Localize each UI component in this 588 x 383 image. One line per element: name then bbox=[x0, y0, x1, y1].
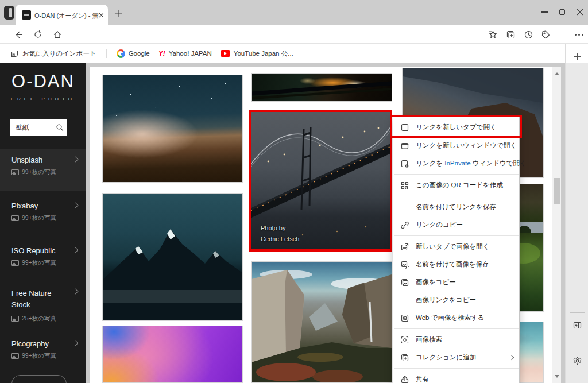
source-count: 99+枚の写真 bbox=[22, 352, 56, 360]
source-count: 25+枚の写真 bbox=[22, 315, 56, 323]
image-copy-icon bbox=[400, 278, 409, 287]
source-count: 99+枚の写真 bbox=[22, 168, 56, 176]
new-tab-button[interactable] bbox=[114, 9, 122, 17]
window-close-button[interactable] bbox=[571, 3, 588, 21]
page-scrollbar bbox=[552, 67, 561, 383]
visual-search-icon bbox=[400, 335, 409, 345]
collections-add-icon bbox=[400, 353, 409, 362]
menu-item-share[interactable]: 共有 bbox=[393, 370, 519, 383]
menu-item-add-to-collections[interactable]: コレクションに追加 bbox=[393, 349, 519, 366]
menu-item-open-link-new-tab[interactable]: リンクを新しいタブで開く bbox=[393, 118, 519, 137]
sidebar-item-pixabay[interactable]: Pixabay 99+枚の写真 bbox=[0, 195, 86, 237]
bookmark-google[interactable]: Google bbox=[114, 47, 152, 60]
new-tab-icon bbox=[400, 123, 409, 132]
menu-item-save-image-as[interactable]: 名前を付けて画像を保存 bbox=[393, 256, 519, 273]
menu-separator bbox=[394, 235, 519, 236]
menu-item-label: この画像の QR コードを作成 bbox=[416, 181, 503, 189]
history-icon[interactable] bbox=[521, 28, 535, 41]
shopping-icon[interactable] bbox=[539, 28, 552, 41]
scroll-down-icon[interactable] bbox=[555, 375, 559, 378]
menu-item-open-link-inprivate[interactable]: リンクを InPrivate ウィンドウで開く bbox=[393, 154, 519, 172]
no-icon-spacer bbox=[400, 203, 409, 212]
web-search-image-icon bbox=[400, 314, 409, 323]
menu-item-copy-link[interactable]: リンクのコピー bbox=[393, 216, 519, 234]
context-menu: リンクを新しいタブで開く リンクを新しいウィンドウで開く リンクを InPriv… bbox=[393, 117, 520, 383]
submenu-chevron-icon bbox=[509, 355, 514, 359]
tab-title: O-DAN (オーダン) - 無料写真素材 bbox=[34, 11, 99, 20]
scroll-up-icon[interactable] bbox=[555, 72, 559, 75]
photo-color-gradient[interactable] bbox=[102, 326, 243, 383]
photo-yosemite-valley[interactable] bbox=[251, 261, 392, 383]
photo-night-street[interactable] bbox=[251, 73, 392, 102]
sidebar-item-free-nature-stock[interactable]: Free Nature Stock 25+枚の写真 bbox=[0, 281, 86, 333]
menu-item-label: 新しいタブで画像を開く bbox=[416, 242, 489, 251]
menu-item-label: リンクのコピー bbox=[416, 220, 463, 229]
label-prefix: リンクを bbox=[416, 160, 444, 167]
odan-sidebar: O-DAN FREE PHOTO Unsplash 99+枚の写真 Pixaba… bbox=[0, 63, 86, 383]
menu-item-create-qr-code[interactable]: この画像の QR コードを作成 bbox=[393, 176, 519, 194]
bookmark-yahoo-label: Yahoo! JAPAN bbox=[169, 50, 212, 57]
chevron-right-icon bbox=[73, 289, 79, 295]
home-icon[interactable] bbox=[51, 28, 64, 41]
menu-item-copy-image-link[interactable]: 画像リンクをコピー bbox=[393, 291, 519, 309]
import-favorites-button[interactable]: お気に入りのインポート bbox=[8, 47, 99, 60]
photo-bay-bridge[interactable]: Photo by Cedric Letsch bbox=[251, 112, 390, 249]
yahoo-icon: Y! bbox=[158, 49, 165, 57]
photo-starry-mountain[interactable] bbox=[102, 75, 243, 183]
favorites-icon[interactable] bbox=[486, 28, 500, 41]
tab-close-icon[interactable] bbox=[97, 11, 106, 20]
search-input[interactable] bbox=[14, 123, 55, 132]
label-inprivate: InPrivate bbox=[444, 160, 470, 167]
browser-tab[interactable]: O-DAN (オーダン) - 無料写真素材 bbox=[16, 5, 108, 25]
menu-item-save-link-as[interactable]: 名前を付けてリンクを保存 bbox=[393, 198, 519, 216]
window-minimize-button[interactable] bbox=[536, 3, 553, 21]
menu-item-search-image-web[interactable]: Web で画像を検索する bbox=[393, 309, 519, 327]
menu-item-open-image-new-tab[interactable]: 新しいタブで画像を開く bbox=[393, 238, 519, 256]
youtube-icon bbox=[220, 50, 230, 57]
photo-dark-peaks[interactable] bbox=[102, 193, 243, 321]
menu-item-label: 名前を付けて画像を保存 bbox=[416, 260, 489, 269]
share-icon bbox=[400, 375, 409, 383]
tab-actions-icon[interactable] bbox=[4, 6, 14, 20]
image-save-icon bbox=[400, 260, 409, 269]
navigation-toolbar: https://o-dan.net/ja/ bbox=[0, 25, 588, 44]
load-more-button[interactable] bbox=[11, 375, 67, 383]
rail-sidebar-toggle-icon[interactable] bbox=[570, 318, 584, 332]
wallpaper-searchbox bbox=[10, 119, 67, 136]
menu-item-label: 画像をコピー bbox=[416, 278, 456, 287]
inprivate-icon bbox=[400, 159, 409, 168]
menu-item-open-link-new-window[interactable]: リンクを新しいウィンドウで開く bbox=[393, 137, 519, 154]
collections-icon[interactable] bbox=[504, 28, 517, 41]
source-name: Free Nature Stock bbox=[11, 288, 66, 311]
search-icon[interactable] bbox=[56, 123, 64, 131]
photos-icon bbox=[11, 260, 19, 266]
photo-credit-line1: Photo by bbox=[261, 225, 285, 231]
settings-menu-icon[interactable] bbox=[572, 28, 586, 41]
menu-item-label: 画像検索 bbox=[416, 335, 442, 344]
menu-item-copy-image[interactable]: 画像をコピー bbox=[393, 273, 519, 291]
title-bar: O-DAN (オーダン) - 無料写真素材 bbox=[0, 0, 588, 25]
bookmark-yahoo[interactable]: Y! Yahoo! JAPAN bbox=[156, 47, 214, 60]
back-icon[interactable] bbox=[11, 28, 25, 41]
sidebar-item-unsplash[interactable]: Unsplash 99+枚の写真 bbox=[0, 149, 86, 191]
sidebar-item-picography[interactable]: Picography 99+枚の写真 bbox=[0, 333, 86, 374]
menu-separator bbox=[394, 368, 519, 369]
scrollbar-thumb[interactable] bbox=[554, 178, 560, 204]
menu-item-visual-search[interactable]: 画像検索 bbox=[393, 331, 519, 349]
window-maximize-button[interactable] bbox=[554, 3, 571, 21]
refresh-icon[interactable] bbox=[31, 28, 45, 41]
bookmark-youtube[interactable]: YouTube Japan 公... bbox=[218, 47, 296, 60]
import-favorites-label: お気に入りのインポート bbox=[22, 49, 96, 58]
odan-logo-subtitle: FREE PHOTO bbox=[0, 96, 86, 102]
photo-credit-line2: Cedric Letsch bbox=[261, 235, 299, 242]
rail-settings-gear-icon[interactable] bbox=[570, 354, 584, 367]
sidebar-item-iso-republic[interactable]: ISO Republic 99+枚の写真 bbox=[0, 240, 86, 281]
menu-item-label: 画像リンクをコピー bbox=[416, 296, 476, 304]
menu-separator bbox=[394, 196, 519, 196]
photos-icon bbox=[11, 215, 19, 221]
qr-code-icon bbox=[400, 181, 409, 190]
bookmarks-separator bbox=[106, 49, 107, 58]
rail-add-icon[interactable] bbox=[570, 49, 584, 63]
google-icon bbox=[117, 49, 125, 58]
photos-icon bbox=[11, 353, 19, 359]
